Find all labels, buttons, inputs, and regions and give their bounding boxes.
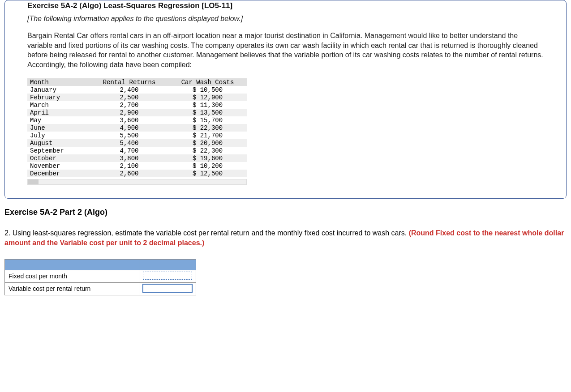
cell-cost: $ 22,300 (168, 124, 247, 132)
question-lead: 2. Using least-squares regression, estim… (4, 229, 409, 237)
table-row: March2,700$ 11,300 (27, 101, 247, 109)
cell-cost: $ 13,500 (168, 109, 247, 116)
scrollbar-thumb[interactable] (28, 179, 39, 184)
fixed-cost-cell (139, 270, 196, 282)
cell-month: October (27, 154, 90, 162)
cell-month: December (27, 170, 90, 177)
cell-returns: 2,400 (90, 86, 168, 94)
variable-cost-cell (139, 282, 196, 295)
cell-returns: 2,700 (90, 101, 168, 109)
variable-cost-label: Variable cost per rental return (5, 282, 139, 295)
variable-cost-input[interactable] (143, 284, 192, 292)
fixed-cost-row: Fixed cost per month (5, 270, 196, 282)
cell-returns: 2,500 (90, 94, 168, 101)
part2-header: Exercise 5A-2 Part 2 (Algo) (4, 208, 567, 217)
data-table-container: Month Rental Returns Car Wash Costs Janu… (27, 78, 247, 185)
cell-returns: 5,400 (90, 139, 168, 147)
header-month: Month (27, 78, 90, 86)
variable-cost-row: Variable cost per rental return (5, 282, 196, 295)
table-row: December2,600$ 12,500 (27, 170, 247, 177)
problem-body: Bargain Rental Car offers rental cars in… (27, 31, 544, 69)
cell-returns: 2,600 (90, 170, 168, 177)
cell-returns: 2,900 (90, 109, 168, 116)
answer-table: Fixed cost per month Variable cost per r… (4, 259, 196, 295)
cell-month: July (27, 132, 90, 139)
cell-cost: $ 19,600 (168, 154, 247, 162)
table-row: August5,400$ 20,900 (27, 139, 247, 147)
cell-month: March (27, 101, 90, 109)
table-row: May3,600$ 15,700 (27, 116, 247, 124)
cell-cost: $ 11,300 (168, 101, 247, 109)
question-text: 2. Using least-squares regression, estim… (4, 228, 569, 247)
table-row: September4,700$ 22,300 (27, 147, 247, 154)
cell-returns: 4,700 (90, 147, 168, 154)
data-table: Month Rental Returns Car Wash Costs Janu… (27, 78, 247, 177)
preface-text: [The following information applies to th… (27, 15, 544, 23)
cell-month: June (27, 124, 90, 132)
answer-header-blank-value (139, 259, 196, 270)
table-row: November2,100$ 10,200 (27, 162, 247, 170)
cell-cost: $ 22,300 (168, 147, 247, 154)
cell-returns: 2,100 (90, 162, 168, 170)
cell-month: November (27, 162, 90, 170)
cell-cost: $ 15,700 (168, 116, 247, 124)
table-row: April2,900$ 13,500 (27, 109, 247, 116)
cell-cost: $ 12,900 (168, 94, 247, 101)
cell-cost: $ 12,500 (168, 170, 247, 177)
exercise-title: Exercise 5A-2 (Algo) Least-Squares Regre… (27, 0, 544, 10)
cell-returns: 5,500 (90, 132, 168, 139)
cell-returns: 3,800 (90, 154, 168, 162)
header-cost: Car Wash Costs (168, 78, 247, 86)
table-row: June4,900$ 22,300 (27, 124, 247, 132)
horizontal-scrollbar[interactable] (27, 179, 247, 185)
cell-month: September (27, 147, 90, 154)
cell-returns: 4,900 (90, 124, 168, 132)
cell-returns: 3,600 (90, 116, 168, 124)
header-returns: Rental Returns (90, 78, 168, 86)
problem-container: Exercise 5A-2 (Algo) Least-Squares Regre… (4, 0, 567, 199)
table-row: July5,500$ 21,700 (27, 132, 247, 139)
fixed-cost-label: Fixed cost per month (5, 270, 139, 282)
table-row: October3,800$ 19,600 (27, 154, 247, 162)
cell-cost: $ 10,500 (168, 86, 247, 94)
cell-month: April (27, 109, 90, 116)
table-row: February2,500$ 12,900 (27, 94, 247, 101)
cell-cost: $ 10,200 (168, 162, 247, 170)
cell-cost: $ 20,900 (168, 139, 247, 147)
cell-month: August (27, 139, 90, 147)
table-row: January2,400$ 10,500 (27, 86, 247, 94)
cell-month: February (27, 94, 90, 101)
cell-cost: $ 21,700 (168, 132, 247, 139)
cell-month: May (27, 116, 90, 124)
cell-month: January (27, 86, 90, 94)
fixed-cost-input[interactable] (143, 272, 192, 280)
answer-header-blank-label (5, 259, 139, 270)
